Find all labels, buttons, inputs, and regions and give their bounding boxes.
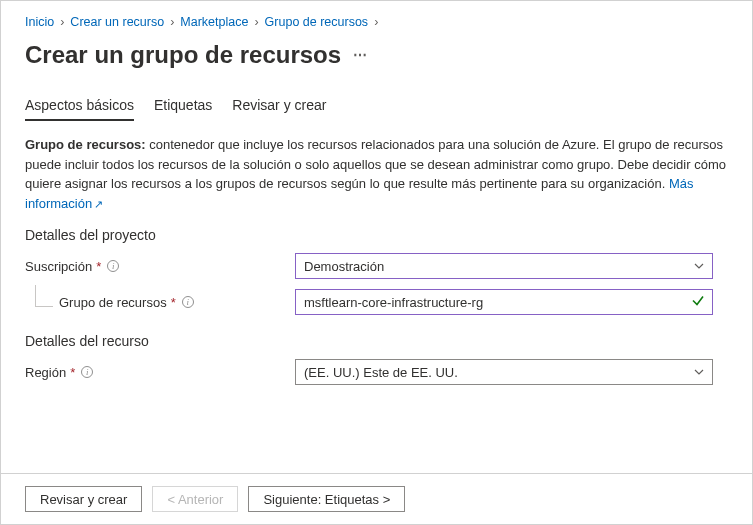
- valid-checkmark-icon: [691, 294, 705, 311]
- resource-group-label: Grupo de recursos * i: [25, 295, 295, 310]
- subscription-dropdown[interactable]: Demostración: [295, 253, 713, 279]
- footer-actions: Revisar y crear < Anterior Siguiente: Et…: [1, 473, 752, 524]
- chevron-down-icon: [693, 366, 705, 378]
- tabs: Aspectos básicos Etiquetas Revisar y cre…: [25, 97, 728, 121]
- required-asterisk: *: [70, 365, 75, 380]
- breadcrumb: Inicio › Crear un recurso › Marketplace …: [25, 15, 728, 29]
- info-icon[interactable]: i: [182, 296, 194, 308]
- region-dropdown[interactable]: (EE. UU.) Este de EE. UU.: [295, 359, 713, 385]
- breadcrumb-resource-group[interactable]: Grupo de recursos: [265, 15, 369, 29]
- region-label: Región * i: [25, 365, 295, 380]
- tab-basics[interactable]: Aspectos básicos: [25, 97, 134, 121]
- breadcrumb-home[interactable]: Inicio: [25, 15, 54, 29]
- info-icon[interactable]: i: [81, 366, 93, 378]
- chevron-right-icon: ›: [60, 15, 64, 29]
- required-asterisk: *: [96, 259, 101, 274]
- subscription-label: Suscripción * i: [25, 259, 295, 274]
- breadcrumb-marketplace[interactable]: Marketplace: [180, 15, 248, 29]
- chevron-down-icon: [693, 260, 705, 272]
- chevron-right-icon: ›: [170, 15, 174, 29]
- subscription-value: Demostración: [304, 259, 384, 274]
- resource-group-name-input[interactable]: msftlearn-core-infrastructure-rg: [295, 289, 713, 315]
- required-asterisk: *: [171, 295, 176, 310]
- resource-group-name-value: msftlearn-core-infrastructure-rg: [304, 295, 483, 310]
- external-link-icon: ↗: [94, 196, 103, 213]
- more-actions-icon[interactable]: ⋯: [353, 47, 369, 63]
- description-label: Grupo de recursos:: [25, 137, 146, 152]
- next-button[interactable]: Siguiente: Etiquetas >: [248, 486, 405, 512]
- region-value: (EE. UU.) Este de EE. UU.: [304, 365, 458, 380]
- breadcrumb-create-resource[interactable]: Crear un recurso: [70, 15, 164, 29]
- review-create-button[interactable]: Revisar y crear: [25, 486, 142, 512]
- description-text: Grupo de recursos: contenedor que incluy…: [25, 135, 728, 213]
- tab-review[interactable]: Revisar y crear: [232, 97, 326, 121]
- resource-details-heading: Detalles del recurso: [25, 333, 728, 349]
- info-icon[interactable]: i: [107, 260, 119, 272]
- chevron-right-icon: ›: [254, 15, 258, 29]
- page-title: Crear un grupo de recursos ⋯: [25, 41, 728, 69]
- page-title-text: Crear un grupo de recursos: [25, 41, 341, 69]
- project-details-heading: Detalles del proyecto: [25, 227, 728, 243]
- chevron-right-icon: ›: [374, 15, 378, 29]
- tree-connector-icon: [35, 285, 53, 307]
- tab-tags[interactable]: Etiquetas: [154, 97, 212, 121]
- previous-button: < Anterior: [152, 486, 238, 512]
